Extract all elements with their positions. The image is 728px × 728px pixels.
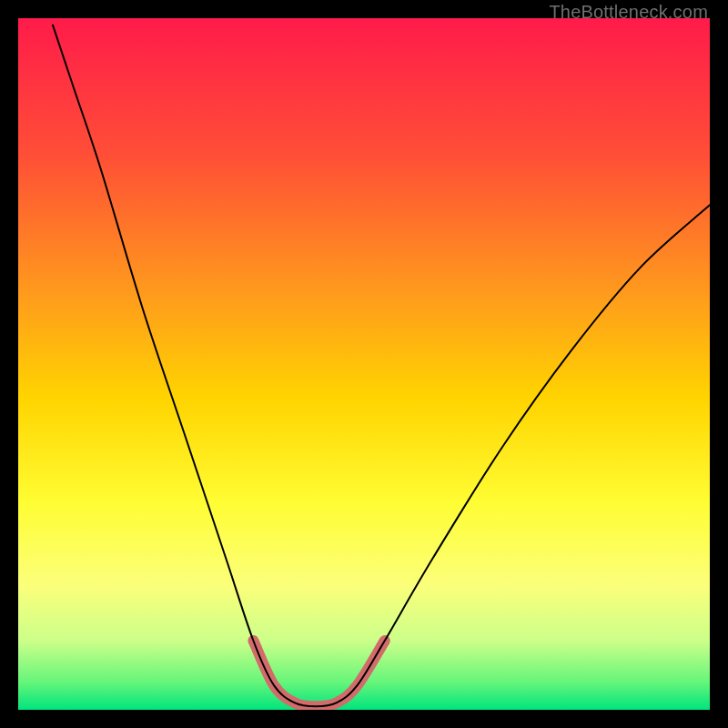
chart-frame <box>18 18 710 710</box>
chart-plot <box>18 18 710 710</box>
watermark-text: TheBottleneck.com <box>549 2 708 23</box>
bottleneck-curve-line <box>53 25 710 707</box>
